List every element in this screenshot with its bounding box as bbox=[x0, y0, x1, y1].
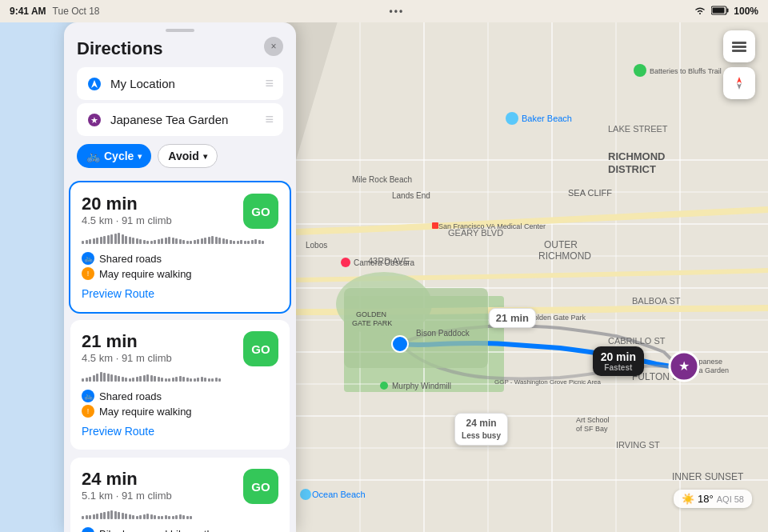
route-2-details: 4.5 km · 91 m climb bbox=[82, 352, 234, 364]
svg-rect-23 bbox=[344, 288, 488, 368]
route-24-label: Less busy bbox=[462, 430, 501, 442]
weather-icon: ☀️ bbox=[682, 493, 694, 505]
route-card-3[interactable]: 24 min 5.1 km · 91 m climb bbox=[70, 458, 290, 532]
svg-marker-68 bbox=[737, 83, 742, 90]
svg-text:IRVING ST: IRVING ST bbox=[616, 440, 660, 450]
svg-rect-42 bbox=[432, 222, 438, 229]
svg-text:Golden Gate Park: Golden Gate Park bbox=[528, 314, 586, 322]
svg-rect-66 bbox=[732, 50, 746, 52]
route-24-bubble: 24 min Less busy bbox=[454, 413, 508, 446]
fastest-time: 20 min bbox=[601, 350, 636, 363]
route-2-time: 21 min bbox=[82, 331, 234, 352]
weather-aqi: AQI 58 bbox=[717, 494, 744, 504]
origin-label: My Location bbox=[110, 77, 257, 90]
svg-text:LAKE STREET: LAKE STREET bbox=[608, 124, 668, 134]
route-card-2[interactable]: 21 min 4.5 km · 91 m climb bbox=[70, 320, 290, 450]
svg-text:CABRILLO ST: CABRILLO ST bbox=[608, 336, 666, 346]
route-24-time: 24 min bbox=[462, 417, 501, 430]
route-2-condition-2: ! May require walking bbox=[82, 405, 278, 418]
close-button[interactable]: × bbox=[264, 37, 283, 56]
svg-text:Lands End: Lands End bbox=[392, 191, 430, 200]
route-21-bubble: 21 min bbox=[489, 308, 536, 328]
svg-text:Ocean Beach: Ocean Beach bbox=[312, 490, 366, 499]
svg-rect-70 bbox=[727, 8, 729, 12]
cycle-label: Cycle bbox=[104, 150, 134, 162]
destination-row[interactable]: ★ Japanese Tea Garden ≡ bbox=[77, 103, 283, 136]
origin-handle-icon: ≡ bbox=[265, 75, 274, 92]
route-2-go-button[interactable]: GO bbox=[243, 331, 278, 366]
svg-text:Batteries to Bluffs Trail: Batteries to Bluffs Trail bbox=[650, 67, 722, 75]
filter-row: 🚲 Cycle ▾ Avoid ▾ bbox=[77, 144, 283, 168]
cycle-filter-button[interactable]: 🚲 Cycle ▾ bbox=[77, 144, 151, 168]
svg-text:Art School: Art School bbox=[576, 416, 610, 424]
route-3-go-button[interactable]: GO bbox=[243, 469, 278, 504]
route-3-cond-1-label: Bike lanes and bike paths bbox=[99, 528, 218, 533]
svg-text:of SF Bay: of SF Bay bbox=[576, 425, 608, 433]
battery-pct: 100% bbox=[734, 6, 758, 17]
fastest-label: Fastest bbox=[604, 363, 632, 372]
svg-point-36 bbox=[506, 112, 518, 125]
avoid-filter-button[interactable]: Avoid ▾ bbox=[158, 144, 217, 168]
route-1-cond-1-label: Shared roads bbox=[99, 253, 162, 265]
route-2-preview-link[interactable]: Preview Route bbox=[82, 425, 154, 438]
svg-text:★: ★ bbox=[678, 359, 690, 373]
route-1-details: 4.5 km · 91 m climb bbox=[82, 214, 234, 226]
svg-text:Murphy Windmill: Murphy Windmill bbox=[392, 382, 451, 390]
route-2-condition-1: 🚲 Shared roads bbox=[82, 390, 278, 402]
route-1-go-button[interactable]: GO bbox=[243, 194, 278, 229]
svg-text:RICHMOND: RICHMOND bbox=[538, 250, 591, 262]
svg-rect-71 bbox=[713, 7, 725, 13]
svg-text:GATE PARK: GATE PARK bbox=[352, 319, 392, 327]
svg-text:★: ★ bbox=[90, 115, 98, 125]
svg-text:GOLDEN: GOLDEN bbox=[356, 310, 386, 318]
cycle-chevron: ▾ bbox=[138, 152, 142, 161]
map-layers-button[interactable] bbox=[723, 30, 755, 62]
route-1-condition-1: 🚲 Shared roads bbox=[82, 252, 278, 265]
svg-point-40 bbox=[341, 258, 350, 267]
svg-text:Bison Paddock: Bison Paddock bbox=[416, 329, 470, 338]
route-3-condition-1: 🚲 Bike lanes and bike paths bbox=[82, 527, 278, 532]
svg-marker-67 bbox=[737, 77, 742, 83]
shared-roads-icon-2: 🚲 bbox=[82, 390, 94, 402]
svg-text:Baker Beach: Baker Beach bbox=[522, 114, 572, 123]
cycle-icon: 🚲 bbox=[86, 150, 100, 162]
route-3-details: 5.1 km · 91 m climb bbox=[82, 490, 234, 502]
bike-lanes-icon: 🚲 bbox=[82, 527, 94, 532]
dots-icon: ••• bbox=[390, 6, 405, 17]
directions-panel: Directions × My Location ≡ ★ Japanese Te… bbox=[64, 22, 296, 532]
route-card-1[interactable]: 20 min 4.5 km · 91 m climb bbox=[70, 182, 290, 312]
route-1-time: 20 min bbox=[82, 194, 234, 214]
route-2-bar bbox=[82, 370, 278, 382]
svg-text:INNER SUNSET: INNER SUNSET bbox=[672, 471, 744, 482]
route-1-preview-link[interactable]: Preview Route bbox=[82, 287, 154, 300]
route-21-label: 21 min bbox=[496, 312, 529, 324]
avoid-chevron: ▾ bbox=[203, 152, 207, 161]
destination-icon: ★ bbox=[86, 112, 102, 128]
compass-button[interactable] bbox=[723, 67, 755, 99]
panel-title: Directions bbox=[77, 38, 283, 59]
svg-point-51 bbox=[634, 64, 646, 77]
svg-point-61 bbox=[392, 336, 408, 352]
route-3-bar bbox=[82, 508, 278, 519]
status-bar: 9:41 AM Tue Oct 18 ••• 100% bbox=[0, 0, 768, 22]
walking-icon-1: ! bbox=[82, 267, 94, 280]
svg-text:Lobos: Lobos bbox=[306, 241, 327, 250]
destination-handle-icon: ≡ bbox=[265, 111, 274, 128]
route-1-cond-2-label: May require walking bbox=[99, 268, 192, 280]
battery-icon bbox=[711, 6, 729, 18]
avoid-label: Avoid bbox=[168, 150, 198, 162]
svg-text:RICHMOND: RICHMOND bbox=[608, 150, 666, 162]
origin-icon bbox=[86, 76, 102, 92]
weather-badge: ☀️ 18° AQI 58 bbox=[674, 490, 752, 508]
wifi-icon bbox=[694, 6, 706, 18]
weather-temp: 18° bbox=[698, 493, 714, 505]
route-2-cond-2-label: May require walking bbox=[99, 406, 192, 418]
route-1-condition-2: ! May require walking bbox=[82, 267, 278, 280]
origin-row[interactable]: My Location ≡ bbox=[77, 67, 283, 100]
svg-text:San Francisco VA Medical Cente: San Francisco VA Medical Center bbox=[438, 222, 546, 230]
svg-text:Mile Rock Beach: Mile Rock Beach bbox=[352, 175, 412, 184]
svg-rect-64 bbox=[732, 42, 746, 44]
routes-list[interactable]: 20 min 4.5 km · 91 m climb bbox=[64, 176, 296, 532]
panel-handle[interactable] bbox=[64, 22, 296, 35]
svg-point-48 bbox=[300, 489, 311, 500]
